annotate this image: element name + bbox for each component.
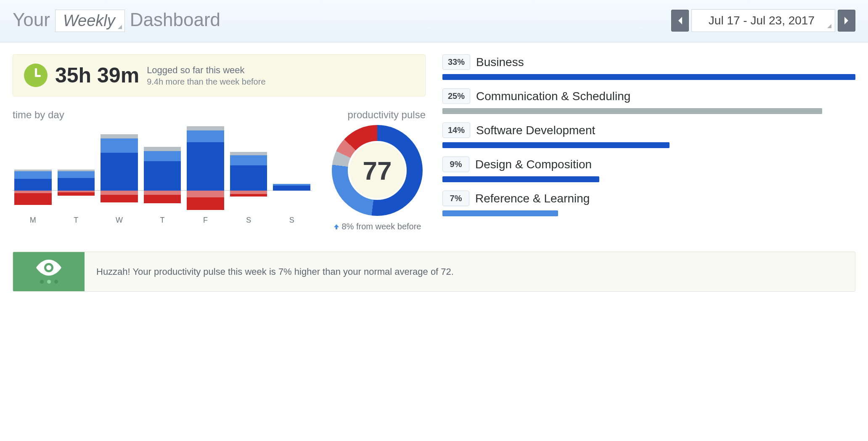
bar-segment-very_productive <box>144 161 181 191</box>
bar-segment-very_productive <box>58 178 95 191</box>
bar-segment-very_productive <box>14 179 52 191</box>
category-bar <box>442 108 822 114</box>
category-bar <box>442 142 670 148</box>
period-select[interactable]: Weekly <box>55 10 125 32</box>
day-label: T <box>144 216 181 225</box>
productivity-pulse-chart: productivity pulse 77 8% from week befor… <box>329 109 426 231</box>
date-range-value: Jul 17 - Jul 23, 2017 <box>709 14 815 27</box>
dashboard-header: Your Weekly Dashboard Jul 17 - Jul 23, 2… <box>0 0 868 43</box>
clock-icon <box>24 64 48 87</box>
bar-segment-very_productive <box>230 165 267 191</box>
day-column <box>230 125 267 213</box>
date-navigator: Jul 17 - Jul 23, 2017 <box>671 9 855 32</box>
main-content: 35h 39m Logged so far this week 9.4h mor… <box>0 43 868 243</box>
bar-segment-neutral <box>144 147 181 151</box>
bar-segment-distracting <box>230 191 267 194</box>
pulse-delta: 8% from week before <box>333 222 421 231</box>
category-list: 33%Business25%Communication & Scheduling… <box>442 54 855 231</box>
title-dashboard: Dashboard <box>130 9 220 30</box>
chevron-right-icon <box>844 16 849 25</box>
chevron-left-icon <box>677 16 683 25</box>
bar-segment-productive <box>58 171 95 178</box>
insight-banner: Huzzah! Your productivity pulse this wee… <box>13 252 855 292</box>
day-column <box>273 125 310 213</box>
pulse-delta-text: 8% from week before <box>342 222 421 231</box>
bar-segment-neutral <box>187 126 224 130</box>
day-column <box>101 125 138 213</box>
day-label: T <box>58 216 95 225</box>
time-logged-delta: 9.4h more than the week before <box>147 77 265 87</box>
category-percent: 25% <box>442 88 470 104</box>
bar-segment-distracting <box>101 191 138 195</box>
day-label: S <box>273 216 310 225</box>
bar-segment-very_productive <box>101 153 138 191</box>
category-bar <box>442 176 599 182</box>
bar-segment-neutral <box>101 134 138 138</box>
dropdown-triangle-icon <box>118 25 122 29</box>
pulse-donut: 77 <box>332 125 423 216</box>
day-label: M <box>14 216 52 225</box>
category-percent: 9% <box>442 157 469 172</box>
date-range-select[interactable]: Jul 17 - Jul 23, 2017 <box>691 9 835 32</box>
category-row[interactable]: 33%Business <box>442 54 855 80</box>
category-percent: 7% <box>442 191 469 206</box>
bar-segment-very_distracting <box>144 195 181 203</box>
category-name: Communication & Scheduling <box>476 90 630 103</box>
category-row[interactable]: 25%Communication & Scheduling <box>442 88 855 114</box>
day-column <box>14 125 52 213</box>
page-title: Your Weekly Dashboard <box>13 9 220 32</box>
day-column <box>144 125 181 213</box>
bar-segment-productive <box>144 151 181 161</box>
insight-icon-panel <box>13 252 85 291</box>
bar-segment-distracting <box>187 191 224 197</box>
category-name: Software Development <box>476 124 595 137</box>
day-column <box>58 125 95 213</box>
insight-dot[interactable] <box>40 280 44 284</box>
day-label: F <box>187 216 224 225</box>
period-value: Weekly <box>63 12 115 29</box>
bar-segment-productive <box>230 155 267 165</box>
category-percent: 33% <box>442 54 470 70</box>
bar-segment-productive <box>187 130 224 142</box>
time-logged-label: Logged so far this week <box>147 64 265 77</box>
category-row[interactable]: 9%Design & Composition <box>442 157 855 182</box>
day-label: W <box>101 216 138 225</box>
next-week-button[interactable] <box>838 10 855 32</box>
prev-week-button[interactable] <box>671 10 689 32</box>
bar-segment-very_productive <box>273 186 310 191</box>
eye-icon <box>36 260 61 276</box>
bar-segment-neutral <box>230 152 267 155</box>
pulse-score: 77 <box>348 141 407 200</box>
category-bar <box>442 210 558 216</box>
time-logged-value: 35h 39m <box>55 63 139 88</box>
productivity-pulse-title: productivity pulse <box>329 109 426 121</box>
bar-segment-very_distracting <box>14 193 52 205</box>
category-name: Business <box>476 56 524 69</box>
day-label: S <box>230 216 267 225</box>
insight-dot[interactable] <box>54 280 58 284</box>
arrow-up-icon <box>333 224 339 230</box>
insight-dot[interactable] <box>47 280 51 284</box>
title-your: Your <box>13 9 50 30</box>
left-column: 35h 39m Logged so far this week 9.4h mor… <box>13 54 426 231</box>
dropdown-triangle-icon <box>827 24 831 28</box>
category-name: Design & Composition <box>475 158 592 171</box>
bar-segment-productive <box>101 138 138 153</box>
category-percent: 14% <box>442 122 470 138</box>
bar-segment-distracting <box>144 191 181 195</box>
day-column <box>187 125 224 213</box>
category-bar <box>442 74 855 80</box>
bar-segment-very_distracting <box>187 197 224 210</box>
bar-segment-productive <box>14 171 52 179</box>
insight-text: Huzzah! Your productivity pulse this wee… <box>85 252 466 291</box>
time-logged-card: 35h 39m Logged so far this week 9.4h mor… <box>13 54 426 96</box>
category-name: Reference & Learning <box>475 192 590 205</box>
bar-segment-very_distracting <box>230 194 267 197</box>
bar-segment-very_distracting <box>58 192 95 196</box>
bar-segment-very_distracting <box>101 195 138 202</box>
insight-pagination[interactable] <box>40 280 58 284</box>
category-row[interactable]: 7%Reference & Learning <box>442 191 855 216</box>
category-row[interactable]: 14%Software Development <box>442 122 855 148</box>
bar-segment-very_productive <box>187 142 224 191</box>
time-by-day-title: time by day <box>13 109 312 121</box>
